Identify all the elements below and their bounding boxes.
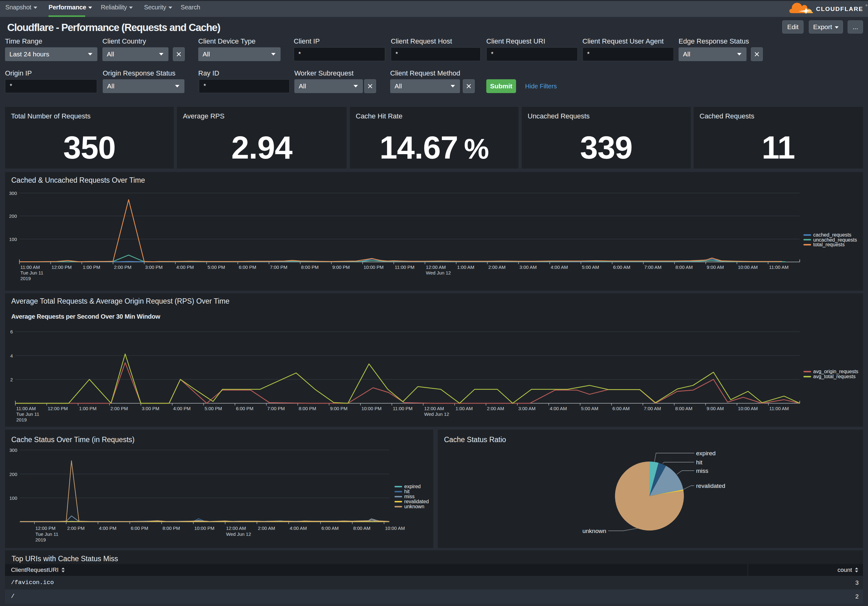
svg-text:5:00 AM: 5:00 AM — [581, 406, 598, 411]
svg-text:10:00 AM: 10:00 AM — [738, 406, 758, 411]
svg-text:4:00 PM: 4:00 PM — [173, 406, 191, 411]
svg-text:200: 200 — [9, 472, 17, 477]
svg-text:6:00 AM: 6:00 AM — [322, 525, 339, 531]
svg-text:6:00 PM: 6:00 PM — [239, 264, 256, 270]
svg-text:300: 300 — [9, 448, 17, 453]
svg-text:miss: miss — [696, 468, 708, 474]
svg-text:11:00 PM: 11:00 PM — [395, 264, 415, 270]
svg-text:8:00 PM: 8:00 PM — [301, 264, 319, 270]
svg-text:5:00 PM: 5:00 PM — [208, 264, 225, 270]
svg-text:5:00 AM: 5:00 AM — [582, 264, 599, 270]
svg-text:1:00 AM: 1:00 AM — [457, 264, 474, 270]
svg-text:9:00 PM: 9:00 PM — [330, 406, 347, 411]
svg-text:12:00 AM: 12:00 AM — [426, 264, 446, 270]
svg-text:3:00 AM: 3:00 AM — [519, 264, 537, 270]
svg-text:2019: 2019 — [16, 417, 26, 423]
svg-text:4:00 AM: 4:00 AM — [290, 525, 307, 531]
svg-text:4:00 AM: 4:00 AM — [550, 406, 567, 411]
svg-text:3:00 PM: 3:00 PM — [142, 406, 160, 411]
svg-text:4:00 PM: 4:00 PM — [99, 525, 116, 531]
svg-text:7:00 AM: 7:00 AM — [644, 406, 661, 411]
svg-text:3:00 AM: 3:00 AM — [518, 406, 535, 411]
svg-text:2:00 PM: 2:00 PM — [114, 264, 132, 270]
svg-text:expired: expired — [404, 484, 420, 489]
svg-text:12:00 PM: 12:00 PM — [48, 406, 68, 411]
svg-text:unknown: unknown — [404, 504, 424, 509]
svg-text:6:00 PM: 6:00 PM — [236, 406, 253, 411]
svg-text:7:00 AM: 7:00 AM — [645, 264, 662, 270]
svg-text:miss: miss — [404, 494, 415, 499]
svg-text:10:00 PM: 10:00 PM — [364, 264, 384, 270]
svg-text:100: 100 — [9, 236, 17, 242]
svg-text:12:00 AM: 12:00 AM — [424, 406, 444, 411]
svg-text:Tue Jun 11: Tue Jun 11 — [20, 270, 43, 275]
svg-text:9:00 AM: 9:00 AM — [707, 264, 724, 270]
svg-text:7:00 PM: 7:00 PM — [267, 406, 285, 411]
svg-text:Wed Jun 12: Wed Jun 12 — [426, 270, 451, 275]
svg-text:100: 100 — [9, 496, 17, 501]
svg-text:revalidated: revalidated — [404, 499, 429, 504]
svg-text:4: 4 — [10, 353, 13, 359]
svg-text:hit: hit — [404, 489, 409, 494]
svg-text:2:00 AM: 2:00 AM — [487, 406, 504, 411]
svg-text:11:00 AM: 11:00 AM — [20, 264, 40, 270]
svg-text:12:00 PM: 12:00 PM — [36, 525, 56, 531]
svg-text:8:00 PM: 8:00 PM — [299, 406, 316, 411]
svg-text:11:00 AM: 11:00 AM — [16, 406, 36, 411]
svg-text:11:00 AM: 11:00 AM — [769, 264, 789, 270]
svg-text:7:00 PM: 7:00 PM — [270, 264, 287, 270]
svg-text:10:00 AM: 10:00 AM — [385, 525, 405, 531]
svg-text:9:00 AM: 9:00 AM — [707, 406, 724, 411]
svg-text:3:00 PM: 3:00 PM — [145, 264, 163, 270]
svg-text:6:00 AM: 6:00 AM — [613, 264, 630, 270]
svg-text:12:00 AM: 12:00 AM — [226, 525, 246, 531]
svg-text:Cached & Uncached Requests Ove: Cached & Uncached Requests Over Time — [11, 176, 145, 184]
svg-text:Wed Jun 12: Wed Jun 12 — [226, 531, 251, 537]
svg-text:200: 200 — [9, 213, 17, 219]
svg-text:hit: hit — [696, 459, 703, 466]
svg-text:Tue Jun 11: Tue Jun 11 — [16, 412, 39, 417]
svg-text:Tue Jun 11: Tue Jun 11 — [36, 531, 58, 537]
svg-text:11:00 AM: 11:00 AM — [769, 406, 789, 411]
svg-text:10:00 AM: 10:00 AM — [738, 264, 758, 270]
svg-text:6: 6 — [10, 329, 13, 334]
svg-text:Wed Jun 12: Wed Jun 12 — [424, 412, 450, 417]
svg-text:CLOUDFLARE: CLOUDFLARE — [816, 6, 863, 12]
svg-text:2:00 PM: 2:00 PM — [110, 406, 128, 411]
svg-text:unknown: unknown — [583, 528, 606, 534]
svg-text:2:00 PM: 2:00 PM — [67, 525, 85, 531]
svg-text:300: 300 — [9, 191, 17, 196]
svg-text:6:00 PM: 6:00 PM — [131, 525, 149, 531]
svg-text:10:00 PM: 10:00 PM — [361, 406, 381, 411]
svg-text:2019: 2019 — [36, 537, 46, 542]
svg-text:9:00 PM: 9:00 PM — [332, 264, 350, 270]
svg-text:Cache Status Over Time (in Req: Cache Status Over Time (in Requests) — [11, 435, 135, 444]
svg-text:Average Total Requests & Avera: Average Total Requests & Average Origin … — [11, 297, 229, 305]
svg-text:8:00 AM: 8:00 AM — [676, 264, 693, 270]
svg-text:6:00 AM: 6:00 AM — [612, 406, 630, 411]
svg-text:10:00 PM: 10:00 PM — [194, 525, 214, 531]
svg-text:expired: expired — [696, 450, 716, 457]
svg-text:total_requests: total_requests — [813, 242, 845, 247]
svg-text:Cache Status Ratio: Cache Status Ratio — [444, 435, 506, 444]
svg-text:4:00 PM: 4:00 PM — [176, 264, 194, 270]
svg-text:11:00 PM: 11:00 PM — [393, 406, 412, 411]
svg-text:2:00 AM: 2:00 AM — [258, 525, 275, 531]
svg-text:revalidated: revalidated — [696, 483, 725, 489]
svg-text:avg_total_requests: avg_total_requests — [813, 374, 856, 379]
svg-text:Average Requests per Second Ov: Average Requests per Second Over 30 Min … — [11, 313, 160, 320]
svg-text:8:00 PM: 8:00 PM — [163, 525, 180, 531]
svg-text:1:00 PM: 1:00 PM — [79, 406, 96, 411]
svg-text:12:00 PM: 12:00 PM — [52, 264, 72, 270]
svg-text:2: 2 — [10, 377, 13, 382]
svg-text:1:00 AM: 1:00 AM — [456, 406, 473, 411]
svg-text:1:00 PM: 1:00 PM — [83, 264, 100, 270]
svg-text:2019: 2019 — [20, 276, 31, 281]
svg-text:5:00 PM: 5:00 PM — [205, 406, 222, 411]
svg-text:8:00 AM: 8:00 AM — [675, 406, 692, 411]
svg-text:4:00 AM: 4:00 AM — [551, 264, 568, 270]
svg-text:8:00 AM: 8:00 AM — [353, 525, 370, 531]
svg-text:®: ® — [865, 4, 868, 7]
svg-text:2:00 AM: 2:00 AM — [488, 264, 505, 270]
